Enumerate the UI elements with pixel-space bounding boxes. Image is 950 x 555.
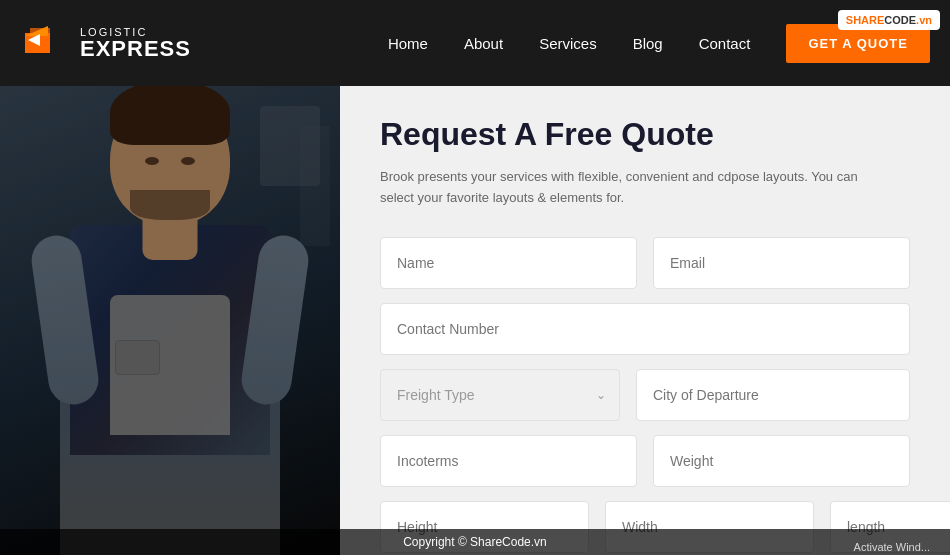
main-content: Request A Free Quote Brook presents your… xyxy=(0,86,950,555)
incoterms-input[interactable] xyxy=(380,435,637,487)
contact-input[interactable] xyxy=(380,303,910,355)
form-panel: Request A Free Quote Brook presents your… xyxy=(340,86,950,555)
windows-activate-text: Activate Wind... xyxy=(854,541,930,553)
watermark-badge: SHARECODE.vn xyxy=(838,10,940,30)
logo-text: LOGISTIC EXPRESS xyxy=(80,27,191,60)
navbar: LOGISTIC EXPRESS Home About Services Blo… xyxy=(0,0,950,86)
weight-input[interactable] xyxy=(653,435,910,487)
nav-contact[interactable]: Contact xyxy=(699,35,751,52)
freight-select-wrapper: Freight Type Air Freight Sea Freight Roa… xyxy=(380,369,620,421)
worker-image-panel xyxy=(0,86,340,555)
logo-icon xyxy=(20,18,70,68)
nav-services[interactable]: Services xyxy=(539,35,597,52)
copyright-text: Copyright © ShareCode.vn xyxy=(403,535,547,549)
image-overlay xyxy=(0,86,340,555)
form-row-contact xyxy=(380,303,910,355)
name-input[interactable] xyxy=(380,237,637,289)
form-title: Request A Free Quote xyxy=(380,116,910,153)
nav-blog[interactable]: Blog xyxy=(633,35,663,52)
form-row-freight-city: Freight Type Air Freight Sea Freight Roa… xyxy=(380,369,910,421)
nav-home[interactable]: Home xyxy=(388,35,428,52)
freight-select[interactable]: Freight Type Air Freight Sea Freight Roa… xyxy=(380,369,620,421)
logo-express: EXPRESS xyxy=(80,38,191,60)
form-subtitle: Brook presents your services with flexib… xyxy=(380,167,880,209)
city-input[interactable] xyxy=(636,369,910,421)
nav-about[interactable]: About xyxy=(464,35,503,52)
form-row-incoterms-weight xyxy=(380,435,910,487)
copyright-bar: Copyright © ShareCode.vn Activate Wind..… xyxy=(0,529,950,555)
worker-image xyxy=(0,86,340,555)
svg-marker-2 xyxy=(25,26,48,36)
form-row-name-email xyxy=(380,237,910,289)
logo: LOGISTIC EXPRESS xyxy=(20,18,191,68)
email-input[interactable] xyxy=(653,237,910,289)
